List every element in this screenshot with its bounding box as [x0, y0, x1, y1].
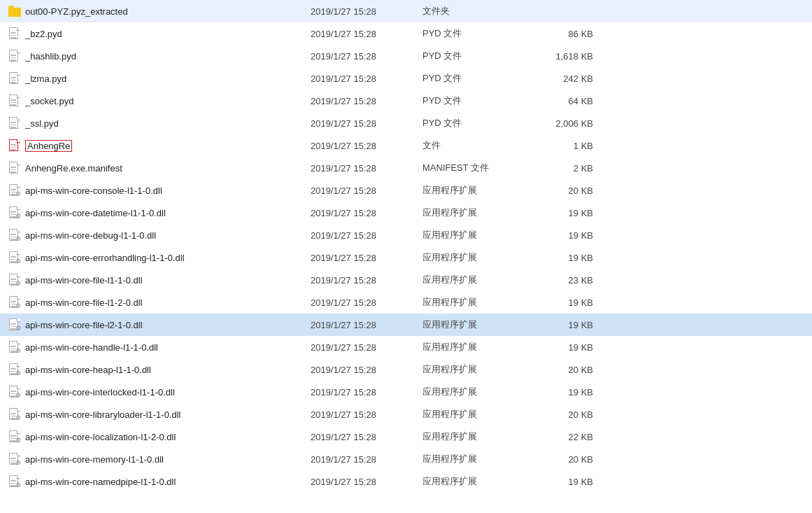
table-row[interactable]: ⚙api-ms-win-core-file-l1-1-0.dll2019/1/2…: [0, 269, 812, 291]
folder-icon: [8, 6, 21, 17]
col-size: 19 KB: [534, 253, 604, 263]
col-date: 2019/1/27 15:28: [311, 477, 422, 487]
file-name: api-ms-win-core-debug-l1-1-0.dll: [25, 230, 156, 241]
dll-icon: ⚙: [8, 363, 21, 377]
col-size: 2 KB: [534, 163, 604, 174]
file-list: out00-PYZ.pyz_extracted2019/1/27 15:28文件…: [0, 0, 812, 493]
col-date: 2019/1/27 15:28: [311, 118, 422, 129]
file-name: api-ms-win-core-libraryloader-l1-1-0.dll: [25, 409, 181, 420]
table-row[interactable]: ⚙api-ms-win-core-interlocked-l1-1-0.dll2…: [0, 381, 812, 403]
dll-icon: ⚙: [8, 452, 21, 466]
col-name-13: ⚙api-ms-win-core-file-l1-1-0.dll: [3, 273, 311, 287]
col-date: 2019/1/27 15:28: [311, 163, 422, 174]
table-row[interactable]: ⚙api-ms-win-core-debug-l1-1-0.dll2019/1/…: [0, 224, 812, 246]
col-size: 19 KB: [534, 297, 604, 308]
col-type: 应用程序扩展: [422, 229, 534, 241]
col-name-10: ⚙api-ms-win-core-datetime-l1-1-0.dll: [3, 206, 311, 220]
col-size: 20 KB: [534, 185, 604, 196]
col-type: 应用程序扩展: [422, 206, 534, 219]
table-row[interactable]: ⚙api-ms-win-core-memory-l1-1-0.dll2019/1…: [0, 448, 812, 470]
dll-icon: ⚙: [8, 407, 21, 421]
col-name-16: ⚙api-ms-win-core-handle-l1-1-0.dll: [3, 340, 311, 354]
col-type: 应用程序扩展: [422, 251, 534, 264]
col-date: 2019/1/27 15:28: [311, 342, 422, 353]
file-name-boxed: AnhengRe: [25, 140, 72, 152]
table-row[interactable]: AnhengRe.exe.manifest2019/1/27 15:28MANI…: [0, 157, 812, 179]
file-name: api-ms-win-core-memory-l1-1-0.dll: [25, 454, 164, 465]
table-row[interactable]: ⚙api-ms-win-core-file-l2-1-0.dll2019/1/2…: [0, 314, 812, 336]
dll-icon: ⚙: [8, 206, 21, 220]
table-row[interactable]: _hashlib.pyd2019/1/27 15:28PYD 文件1,618 K…: [0, 45, 812, 67]
col-size: 1,618 KB: [534, 51, 604, 62]
col-type: 应用程序扩展: [422, 296, 534, 309]
table-row[interactable]: ⚙api-ms-win-core-datetime-l1-1-0.dll2019…: [0, 202, 812, 224]
col-type: 应用程序扩展: [422, 475, 534, 488]
table-row[interactable]: ⚙api-ms-win-core-libraryloader-l1-1-0.dl…: [0, 403, 812, 426]
col-size: 23 KB: [534, 275, 604, 286]
col-name-4: _lzma.pyd: [3, 71, 311, 85]
col-type: PYD 文件: [422, 117, 534, 129]
col-size: 19 KB: [534, 320, 604, 330]
col-type: PYD 文件: [422, 27, 534, 40]
table-row[interactable]: ⚙api-ms-win-core-namedpipe-l1-1-0.dll201…: [0, 470, 812, 493]
table-row[interactable]: ⚙api-ms-win-core-console-l1-1-0.dll2019/…: [0, 179, 812, 202]
col-date: 2019/1/27 15:28: [311, 454, 422, 465]
dll-icon: ⚙: [8, 273, 21, 287]
col-type: 应用程序扩展: [422, 408, 534, 421]
col-name-6: _ssl.pyd: [3, 116, 311, 130]
col-name-1: out00-PYZ.pyz_extracted: [3, 6, 311, 17]
file-name: _socket.pyd: [25, 96, 73, 106]
table-row[interactable]: ⚙api-ms-win-core-heap-l1-1-0.dll2019/1/2…: [0, 358, 812, 381]
col-date: 2019/1/27 15:28: [311, 409, 422, 420]
manifest-icon: [8, 161, 21, 175]
col-name-14: ⚙api-ms-win-core-file-l1-2-0.dll: [3, 295, 311, 309]
dll-icon: ⚙: [8, 295, 21, 309]
col-date: 2019/1/27 15:28: [311, 387, 422, 398]
file-name: out00-PYZ.pyz_extracted: [25, 6, 128, 17]
col-date: 2019/1/27 15:28: [311, 51, 422, 62]
col-date: 2019/1/27 15:28: [311, 185, 422, 196]
col-name-19: ⚙api-ms-win-core-libraryloader-l1-1-0.dl…: [3, 407, 311, 421]
table-row[interactable]: out00-PYZ.pyz_extracted2019/1/27 15:28文件…: [0, 0, 812, 22]
table-row[interactable]: _bz2.pyd2019/1/27 15:28PYD 文件86 KB: [0, 22, 812, 45]
col-type: PYD 文件: [422, 94, 534, 107]
pyd-icon: [8, 116, 21, 130]
col-size: 64 KB: [534, 96, 604, 106]
col-date: 2019/1/27 15:28: [311, 230, 422, 241]
col-type: 应用程序扩展: [422, 341, 534, 353]
pyd-icon: [8, 49, 21, 63]
table-row[interactable]: ⚙api-ms-win-core-handle-l1-1-0.dll2019/1…: [0, 336, 812, 358]
table-row[interactable]: _socket.pyd2019/1/27 15:28PYD 文件64 KB: [0, 90, 812, 112]
table-row[interactable]: ⚙api-ms-win-core-file-l1-2-0.dll2019/1/2…: [0, 291, 812, 314]
col-name-7: AnhengRe: [3, 139, 311, 153]
table-row[interactable]: AnhengRe2019/1/27 15:28文件1 KB: [0, 134, 812, 157]
col-size: 19 KB: [534, 342, 604, 353]
col-size: 242 KB: [534, 73, 604, 84]
col-name-11: ⚙api-ms-win-core-debug-l1-1-0.dll: [3, 228, 311, 242]
col-size: 20 KB: [534, 365, 604, 375]
col-date: 2019/1/27 15:28: [311, 320, 422, 330]
col-name-21: ⚙api-ms-win-core-memory-l1-1-0.dll: [3, 452, 311, 466]
col-name-18: ⚙api-ms-win-core-interlocked-l1-1-0.dll: [3, 385, 311, 399]
col-name-8: AnhengRe.exe.manifest: [3, 161, 311, 175]
col-date: 2019/1/27 15:28: [311, 365, 422, 375]
col-type: 应用程序扩展: [422, 363, 534, 376]
file-name: _lzma.pyd: [25, 73, 66, 84]
file-name: api-ms-win-core-file-l1-1-0.dll: [25, 275, 143, 286]
file-name: api-ms-win-core-console-l1-1-0.dll: [25, 185, 162, 196]
file-name: api-ms-win-core-heap-l1-1-0.dll: [25, 365, 151, 375]
table-row[interactable]: _lzma.pyd2019/1/27 15:28PYD 文件242 KB: [0, 67, 812, 90]
table-row[interactable]: ⚙api-ms-win-core-localization-l1-2-0.dll…: [0, 426, 812, 448]
file-name: _bz2.pyd: [25, 29, 62, 39]
file-name: api-ms-win-core-interlocked-l1-1-0.dll: [25, 387, 175, 398]
dll-icon: ⚙: [8, 228, 21, 242]
dll-icon: ⚙: [8, 385, 21, 399]
col-name-9: ⚙api-ms-win-core-console-l1-1-0.dll: [3, 183, 311, 197]
file-name: AnhengRe: [25, 140, 72, 152]
col-size: 20 KB: [534, 409, 604, 420]
col-name-15: ⚙api-ms-win-core-file-l2-1-0.dll: [3, 318, 311, 332]
col-type: 文件: [422, 139, 534, 152]
file-name: api-ms-win-core-datetime-l1-1-0.dll: [25, 208, 166, 218]
table-row[interactable]: _ssl.pyd2019/1/27 15:28PYD 文件2,006 KB: [0, 112, 812, 134]
table-row[interactable]: ⚙api-ms-win-core-errorhandling-l1-1-0.dl…: [0, 246, 812, 269]
